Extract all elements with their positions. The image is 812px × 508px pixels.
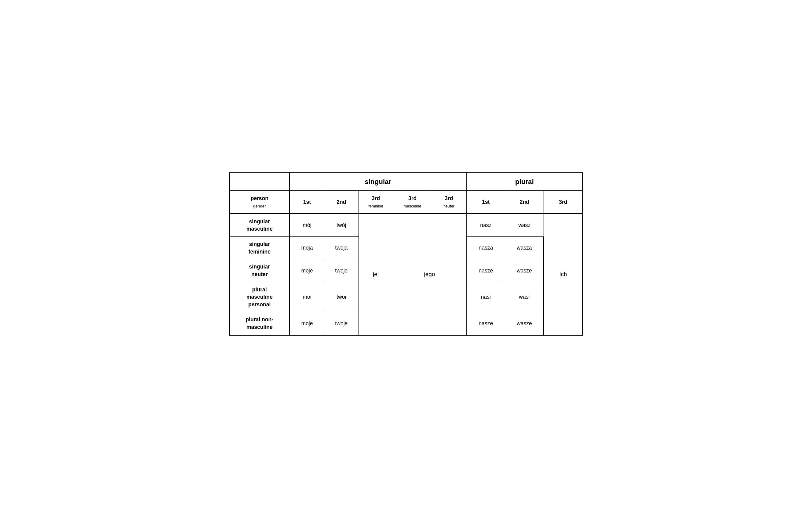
col-header-2nd-pl: 2nd <box>505 191 544 214</box>
cell-twoj: twój <box>324 214 358 237</box>
cell-twoje-sg: twoje <box>324 259 358 282</box>
row-label-sg-neut: singularneuter <box>229 259 290 282</box>
singular-section-header: singular <box>290 173 466 191</box>
cell-wasza: wasza <box>505 237 544 259</box>
cell-nasze-sg: nasze <box>466 259 505 282</box>
cell-twoja: twoja <box>324 237 358 259</box>
column-header-row: person gender 1st 2nd 3rd feminine 3rd m… <box>229 191 583 214</box>
cell-jego: jego <box>393 214 466 335</box>
cell-moje-pl: moje <box>290 312 324 335</box>
cell-nasz: nasz <box>466 214 505 237</box>
gender-label: gender <box>253 204 266 208</box>
row-label-sg-fem: singularfeminine <box>229 237 290 259</box>
col-header-3rd-pl: 3rd <box>544 191 583 214</box>
cell-moje-sg: moje <box>290 259 324 282</box>
cell-moj: mój <box>290 214 324 237</box>
col-header-1st-pl: 1st <box>466 191 505 214</box>
row-label-pl-masc-pers: pluralmasculinepersonal <box>229 282 290 312</box>
cell-moi: moi <box>290 282 324 312</box>
section-header-row: singular plural <box>229 173 583 191</box>
row-label-pl-nonmasc: plural non-masculine <box>229 312 290 335</box>
row-label-sg-masc: singularmasculine <box>229 214 290 237</box>
cell-nasze-pl: nasze <box>466 312 505 335</box>
col-header-3rd-masc: 3rd masculine <box>393 191 432 214</box>
cell-twoje-pl: twoje <box>324 312 358 335</box>
cell-nasi: nasi <box>466 282 505 312</box>
cell-wasi: wasi <box>505 282 544 312</box>
table-wrapper: singular plural person gender 1st 2nd 3r… <box>223 166 589 341</box>
col-header-3rd-neut: 3rd neuter <box>432 191 466 214</box>
cell-twoi: twoi <box>324 282 358 312</box>
cell-ich: ich <box>544 214 583 335</box>
col-header-1st-sg: 1st <box>290 191 324 214</box>
cell-moja: moja <box>290 237 324 259</box>
cell-jej: jej <box>358 214 393 335</box>
cell-wasze-sg: wasze <box>505 259 544 282</box>
col-header-3rd-fem: 3rd feminine <box>358 191 393 214</box>
person-gender-header: person gender <box>229 191 290 214</box>
table-row: singularmasculine mój twój jej jego nasz… <box>229 214 583 237</box>
plural-section-header: plural <box>466 173 583 191</box>
possessive-pronouns-table: singular plural person gender 1st 2nd 3r… <box>229 172 583 335</box>
cell-wasz: wasz <box>505 214 544 237</box>
col-header-2nd-sg: 2nd <box>324 191 358 214</box>
cell-wasze-pl: wasze <box>505 312 544 335</box>
empty-corner-cell <box>229 173 290 191</box>
cell-nasza: nasza <box>466 237 505 259</box>
person-label: person <box>250 195 268 201</box>
